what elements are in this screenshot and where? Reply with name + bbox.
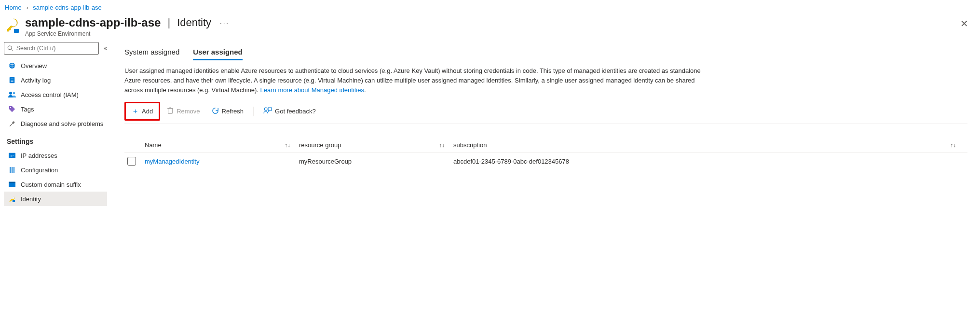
sort-icon[interactable]: ↑↓: [950, 142, 956, 149]
tab-system-assigned[interactable]: System assigned: [124, 48, 179, 60]
sidebar-item-configuration[interactable]: Configuration: [4, 163, 107, 177]
sidebar: « Overview Activity log Access control (…: [0, 42, 111, 210]
breadcrumb: Home › sample-cdns-app-ilb-ase: [0, 0, 980, 13]
title-separator: |: [165, 16, 172, 29]
resource-type-label: App Service Environment: [25, 30, 956, 37]
page-title-resource: sample-cdns-app-ilb-ase: [25, 16, 161, 29]
table-row[interactable]: myManagedIdentity myResourceGroup abcdef…: [124, 153, 967, 169]
svg-point-2: [8, 46, 12, 50]
sliders-icon: [8, 166, 16, 174]
identity-key-icon: [8, 195, 16, 203]
tag-icon: [8, 105, 16, 113]
identity-name-link[interactable]: myManagedIdentity: [145, 158, 199, 165]
column-label: resource group: [299, 141, 341, 149]
toolbar-separator: [253, 107, 254, 116]
sidebar-item-activity-log[interactable]: Activity log: [4, 73, 107, 87]
feedback-button[interactable]: Got feedback?: [259, 105, 321, 118]
column-label: subscription: [453, 141, 487, 149]
svg-point-13: [10, 107, 11, 108]
description-text: User assigned managed identities enable …: [124, 66, 703, 95]
page-header: sample-cdns-app-ilb-ase | Identity ··· A…: [0, 13, 980, 42]
row-checkbox[interactable]: [127, 157, 136, 166]
breadcrumb-sep: ›: [23, 4, 31, 11]
wrench-icon: [8, 120, 16, 127]
ip-icon: IP: [8, 152, 16, 159]
add-button-label: Add: [142, 108, 153, 115]
column-header-resource-group[interactable]: resource group ↑↓: [299, 141, 453, 149]
sidebar-item-label: Diagnose and solve problems: [21, 120, 103, 127]
sidebar-item-label: Activity log: [21, 77, 51, 84]
close-button[interactable]: ✕: [956, 16, 972, 31]
sidebar-item-overview[interactable]: Overview: [4, 58, 107, 73]
table-header-row: Name ↑↓ resource group ↑↓ subscription ↑…: [124, 138, 967, 153]
svg-point-12: [13, 92, 15, 94]
sidebar-item-access-control[interactable]: Access control (IAM): [4, 87, 107, 102]
svg-point-11: [9, 92, 12, 95]
svg-text:IP: IP: [11, 154, 14, 157]
sidebar-item-label: Custom domain suffix: [21, 181, 81, 188]
svg-point-26: [264, 108, 267, 111]
domain-icon: [8, 180, 16, 188]
resource-group-cell: myResourceGroup: [299, 158, 352, 165]
identities-table: Name ↑↓ resource group ↑↓ subscription ↑…: [124, 138, 967, 169]
refresh-button-label: Refresh: [222, 108, 244, 115]
sidebar-item-label: IP addresses: [21, 152, 57, 159]
sidebar-item-custom-domain[interactable]: Custom domain suffix: [4, 177, 107, 192]
svg-rect-1: [14, 29, 19, 33]
sidebar-item-diagnose[interactable]: Diagnose and solve problems: [4, 116, 107, 131]
sidebar-search[interactable]: [4, 42, 99, 55]
svg-rect-22: [13, 200, 15, 202]
subscription-cell: abcdef01-2345-6789-0abc-def012345678: [453, 158, 569, 165]
collapse-sidebar-icon[interactable]: «: [104, 45, 107, 52]
description-period: .: [364, 86, 366, 94]
column-label: Name: [145, 141, 162, 149]
sidebar-item-label: Identity: [21, 195, 41, 203]
log-icon: [8, 76, 16, 84]
sidebar-item-ip-addresses[interactable]: IP IP addresses: [4, 148, 107, 163]
sort-icon[interactable]: ↑↓: [285, 142, 290, 149]
learn-more-link[interactable]: Learn more about Managed identities: [260, 86, 364, 94]
svg-rect-23: [168, 109, 173, 114]
svg-line-3: [11, 49, 13, 51]
svg-rect-20: [9, 182, 15, 183]
add-highlight-annotation: ＋ Add: [124, 102, 160, 121]
svg-point-0: [14, 21, 16, 23]
description-body: User assigned managed identities enable …: [124, 67, 701, 94]
sidebar-item-tags[interactable]: Tags: [4, 102, 107, 116]
toolbar: ＋ Add Remove Refresh: [124, 102, 967, 124]
tab-user-assigned[interactable]: User assigned: [193, 48, 243, 60]
column-header-name[interactable]: Name ↑↓: [145, 141, 299, 149]
plus-icon: ＋: [132, 107, 139, 116]
refresh-button[interactable]: Refresh: [207, 105, 249, 118]
content-area: System assigned User assigned User assig…: [111, 42, 980, 210]
sort-icon[interactable]: ↑↓: [439, 142, 445, 149]
search-icon: [7, 45, 14, 52]
sidebar-item-identity[interactable]: Identity: [4, 192, 107, 206]
page-title-blade: Identity: [177, 16, 211, 29]
feedback-button-label: Got feedback?: [275, 108, 316, 115]
identity-tabs: System assigned User assigned: [124, 48, 967, 60]
breadcrumb-resource[interactable]: sample-cdns-app-ilb-ase: [33, 4, 101, 11]
more-actions-icon[interactable]: ···: [220, 19, 230, 27]
globe-icon: [8, 62, 16, 69]
remove-button: Remove: [162, 105, 204, 118]
add-button[interactable]: ＋ Add: [127, 104, 158, 118]
breadcrumb-home[interactable]: Home: [5, 4, 22, 11]
sidebar-item-label: Tags: [21, 106, 34, 113]
key-icon: [5, 18, 20, 33]
remove-button-label: Remove: [177, 108, 200, 115]
people-icon: [8, 91, 16, 98]
refresh-icon: [212, 107, 219, 116]
search-input[interactable]: [15, 44, 96, 52]
sidebar-item-label: Access control (IAM): [21, 91, 79, 98]
column-header-subscription[interactable]: subscription ↑↓: [453, 141, 965, 149]
feedback-icon: [263, 107, 272, 115]
sidebar-section-settings: Settings: [4, 131, 107, 148]
sidebar-item-label: Configuration: [21, 166, 58, 174]
svg-point-21: [13, 197, 14, 198]
sidebar-item-label: Overview: [21, 62, 47, 69]
trash-icon: [167, 107, 174, 115]
